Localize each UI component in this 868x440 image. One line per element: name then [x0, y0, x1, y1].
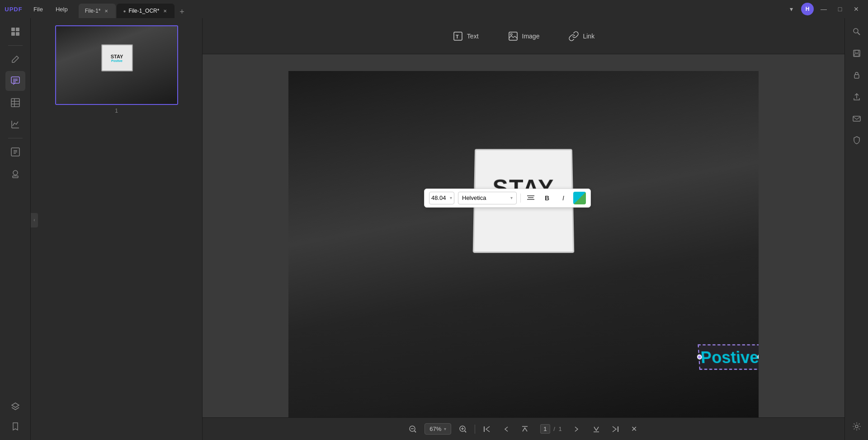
app-logo: UPDF — [0, 6, 27, 13]
sidebar-graph-icon[interactable] — [5, 114, 25, 134]
toolbar-link-btn[interactable]: Link — [561, 27, 602, 45]
svg-text:T: T — [456, 34, 459, 39]
right-search-icon[interactable] — [847, 22, 867, 42]
minimize-btn[interactable]: — — [817, 3, 830, 15]
zoom-arrow: ▾ — [444, 426, 446, 431]
menu-file[interactable]: File — [27, 0, 49, 18]
menu-help[interactable]: Help — [49, 0, 74, 18]
right-plugin-icon[interactable] — [847, 416, 867, 436]
font-name-value: Helvetica — [462, 194, 486, 201]
right-sidebar-bottom — [847, 416, 867, 436]
svg-rect-1 — [16, 28, 19, 31]
sidebar-bottom-group — [5, 397, 25, 436]
toolbar-text-btn[interactable]: T Text — [445, 27, 486, 45]
toolbar-image-icon — [508, 31, 519, 42]
thumbnail-sign-stay: STAY — [111, 54, 123, 59]
sign-text-postive: Postive — [700, 347, 759, 367]
right-sidebar — [844, 18, 868, 440]
next-page-bottom-btn[interactable] — [589, 422, 604, 436]
sidebar-bookmark-icon[interactable] — [5, 416, 25, 436]
thumbnail-panel: STAY Postive 1 — [31, 18, 203, 440]
svg-point-35 — [854, 28, 858, 33]
svg-rect-3 — [16, 32, 19, 36]
right-share-icon[interactable] — [847, 87, 867, 107]
tab-file1-ocr[interactable]: ● File-1_OCR* ✕ — [117, 4, 175, 18]
window-close-btn[interactable]: ✕ — [850, 3, 863, 15]
user-avatar[interactable]: H — [801, 3, 814, 15]
bold-btn[interactable]: B — [541, 192, 553, 204]
close-view-btn[interactable]: ✕ — [627, 422, 642, 436]
zoom-out-btn[interactable] — [406, 422, 420, 436]
align-btn[interactable] — [524, 192, 537, 204]
sidebar-table-icon[interactable] — [5, 93, 25, 113]
color-picker-btn[interactable] — [573, 192, 586, 204]
svg-rect-19 — [509, 32, 517, 40]
sidebar-extra-icon[interactable] — [5, 142, 25, 162]
ft-divider-1 — [520, 194, 521, 203]
prev-page-btn[interactable] — [499, 422, 513, 436]
right-lock-icon[interactable] — [847, 65, 867, 85]
page-separator: / — [553, 426, 555, 432]
first-page-btn[interactable] — [480, 422, 494, 436]
svg-rect-0 — [11, 28, 15, 31]
tab-file1[interactable]: File-1* ✕ — [79, 4, 116, 18]
new-tab-button[interactable]: + — [175, 5, 188, 18]
pdf-page[interactable]: STAY Postive 48.04 ▾ Helvetica — [288, 71, 759, 424]
tab-file1-close[interactable]: ✕ — [103, 8, 109, 14]
titlebar: UPDF File Help File-1* ✕ ● File-1_OCR* ✕… — [0, 0, 868, 18]
selection-handle-left[interactable] — [697, 354, 702, 359]
italic-btn[interactable]: I — [557, 192, 570, 204]
tab-file1-label: File-1* — [85, 8, 101, 14]
text-selection-box[interactable]: Postive — [698, 344, 759, 369]
svg-line-30 — [465, 431, 466, 432]
font-name-select[interactable]: Helvetica ▾ — [458, 192, 517, 204]
right-email-icon[interactable] — [847, 109, 867, 128]
page-display: 1 / 1 — [537, 426, 565, 432]
canvas-area: STAY Postive 48.04 ▾ Helvetica — [203, 54, 844, 440]
prev-page-top-btn[interactable] — [518, 422, 532, 436]
thumbnail-page-1[interactable]: STAY Postive 1 — [55, 25, 178, 114]
zoom-value: 67% — [429, 426, 441, 432]
sidebar-comment-icon[interactable] — [5, 71, 25, 91]
svg-rect-38 — [855, 50, 859, 53]
svg-line-36 — [858, 33, 860, 35]
toolbar-link-icon — [568, 31, 579, 42]
svg-rect-40 — [854, 75, 859, 78]
dropdown-btn[interactable]: ▾ — [785, 3, 797, 15]
sidebar-stamp-icon[interactable] — [5, 164, 25, 184]
sidebar-thumbnails-icon[interactable] — [5, 22, 25, 42]
current-page[interactable]: 1 — [540, 424, 550, 434]
font-size-arrow: ▾ — [450, 195, 452, 200]
right-save-icon[interactable] — [847, 43, 867, 63]
thumbnail-page-number: 1 — [115, 108, 118, 114]
top-toolbar: T Text Image — [203, 18, 844, 54]
svg-rect-4 — [11, 77, 19, 83]
thumbnail-sign-positive: Postive — [111, 59, 123, 62]
zoom-level-display[interactable]: 67% ▾ — [425, 423, 451, 435]
svg-rect-41 — [853, 116, 860, 121]
svg-rect-16 — [13, 176, 18, 178]
thumbnail-image: STAY Postive — [55, 25, 178, 105]
sidebar-collapse-arrow[interactable]: ‹ — [31, 213, 38, 227]
toolbar-image-btn[interactable]: Image — [500, 27, 547, 45]
svg-point-20 — [510, 33, 512, 35]
sidebar-divider-2 — [8, 138, 23, 138]
tab-file1-ocr-close[interactable]: ✕ — [162, 8, 168, 14]
svg-point-15 — [13, 170, 18, 175]
zoom-in-btn[interactable] — [456, 422, 470, 436]
content-area: T Text Image — [203, 18, 844, 440]
svg-point-42 — [855, 425, 858, 428]
titlebar-right: ▾ H — □ ✕ — [785, 3, 868, 15]
next-page-btn[interactable] — [570, 422, 585, 436]
last-page-btn[interactable] — [608, 422, 623, 436]
sidebar-divider-1 — [8, 45, 23, 46]
svg-rect-8 — [11, 99, 19, 107]
sidebar-edit-icon[interactable] — [5, 49, 25, 69]
sidebar-layers-icon[interactable] — [5, 397, 25, 416]
tab-file1-ocr-label: File-1_OCR* — [128, 8, 159, 14]
toolbar-link-label: Link — [583, 33, 594, 40]
right-security-icon[interactable] — [847, 130, 867, 150]
maximize-btn[interactable]: □ — [834, 3, 846, 15]
font-size-input[interactable]: 48.04 ▾ — [429, 192, 454, 204]
toolbar-text-label: Text — [467, 33, 479, 40]
